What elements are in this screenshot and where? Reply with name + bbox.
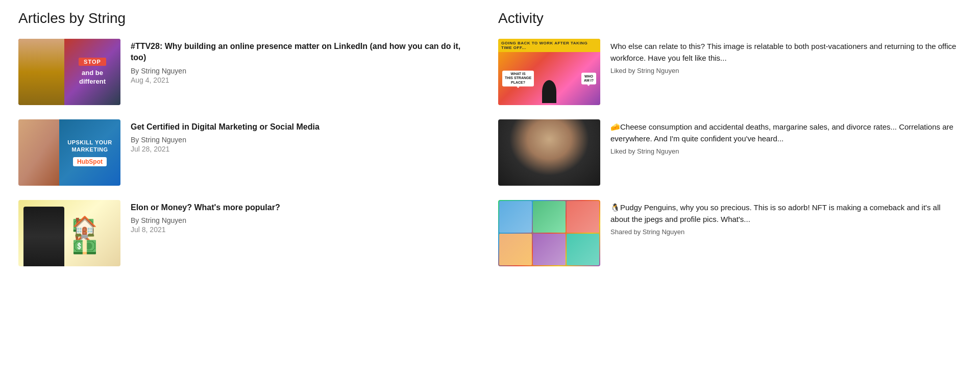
activity-section: Activity GOING BACK TO WORK AFTER TAKING…: [488, 10, 968, 281]
penguin-grid: [498, 200, 600, 266]
activity-attribution-2: Liked by String Nguyen: [610, 147, 958, 155]
thumb-hubspot-bg: UPSKILL YOUR MARKETING HubSpot: [18, 119, 120, 186]
article-title-3[interactable]: Elon or Money? What's more popular?: [131, 202, 478, 213]
activity-text-1: Who else can relate to this? This image …: [610, 41, 958, 64]
thumb-text-overlay: STOP and be different: [64, 39, 120, 105]
activity-section-title: Activity: [498, 10, 958, 27]
activity-attribution-1: Liked by String Nguyen: [610, 67, 958, 74]
thumb-elon-silhouette: [23, 207, 64, 266]
upskill-text: UPSKILL YOUR MARKETING: [63, 139, 116, 154]
article-author-3: By String Nguyen: [131, 216, 478, 224]
hubspot-badge: HubSpot: [73, 157, 107, 166]
activity-content-3: 🐧Pudgy Penguins, why you so precious. Th…: [610, 200, 958, 236]
articles-section: Articles by String STOP and be different…: [8, 10, 488, 281]
article-author-2: By String Nguyen: [131, 136, 478, 144]
person-photo: [498, 119, 600, 186]
article-title-1[interactable]: #TTV28: Why building an online presence …: [131, 41, 478, 64]
activity-thumbnail-1[interactable]: GOING BACK TO WORK AFTER TAKING TIME OFF…: [498, 39, 600, 105]
activity-content-1: Who else can relate to this? This image …: [610, 39, 958, 74]
activity-item: GOING BACK TO WORK AFTER TAKING TIME OFF…: [498, 39, 958, 105]
penguin-cell: [499, 234, 532, 265]
article-thumbnail-3[interactable]: 💵🏠: [18, 200, 120, 266]
penguin-cell: [533, 201, 566, 233]
penguin-cell: [567, 201, 599, 233]
article-title-2[interactable]: Get Certified in Digital Marketing or So…: [131, 121, 478, 133]
article-item: STOP and be different #TTV28: Why buildi…: [18, 39, 478, 105]
character-silhouette: [542, 80, 556, 103]
act-thumb-penguins-bg: [498, 200, 600, 266]
act-thumb-cartoon-bg: GOING BACK TO WORK AFTER TAKING TIME OFF…: [498, 39, 600, 105]
article-author-1: By String Nguyen: [131, 67, 478, 75]
page-layout: Articles by String STOP and be different…: [8, 10, 968, 281]
penguin-cell: [533, 234, 566, 265]
activity-thumbnail-3[interactable]: [498, 200, 600, 266]
activity-attribution-3: Shared by String Nguyen: [610, 228, 958, 236]
penguin-cell: [567, 234, 599, 265]
thumb-person-image-2: [18, 119, 64, 186]
thumb-linkedin-bg: STOP and be different: [18, 39, 120, 105]
thumb-elon-bg: 💵🏠: [18, 200, 120, 266]
activity-item: 🧀Cheese consumption and accidental death…: [498, 119, 958, 186]
activity-content-2: 🧀Cheese consumption and accidental death…: [610, 119, 958, 155]
article-date-2: Jul 28, 2021: [131, 145, 478, 153]
article-content-2: Get Certified in Digital Marketing or So…: [131, 119, 478, 153]
thumb-money-house: 💵🏠: [64, 205, 115, 258]
act-thumb-person-bg: [498, 119, 600, 186]
article-item: UPSKILL YOUR MARKETING HubSpot Get Certi…: [18, 119, 478, 186]
activity-text-3: 🐧Pudgy Penguins, why you so precious. Th…: [610, 202, 958, 225]
article-date-1: Aug 4, 2021: [131, 76, 478, 84]
article-item: 💵🏠 Elon or Money? What's more popular? B…: [18, 200, 478, 266]
article-content-1: #TTV28: Why building an online presence …: [131, 39, 478, 84]
articles-section-title: Articles by String: [18, 10, 478, 27]
act-thumb-banner: GOING BACK TO WORK AFTER TAKING TIME OFF…: [498, 39, 600, 52]
speech-bubble-2: WHOAM I?: [581, 73, 596, 85]
article-date-3: Jul 8, 2021: [131, 225, 478, 234]
article-thumbnail-2[interactable]: UPSKILL YOUR MARKETING HubSpot: [18, 119, 120, 186]
article-thumbnail-1[interactable]: STOP and be different: [18, 39, 120, 105]
speech-bubble-1: WHAT ISTHIS STRANGEPLACE?: [502, 70, 534, 86]
activity-item: 🐧Pudgy Penguins, why you so precious. Th…: [498, 200, 958, 266]
stop-badge: STOP: [79, 58, 106, 66]
activity-thumbnail-2[interactable]: [498, 119, 600, 186]
money-house-icon: 💵🏠: [72, 216, 108, 247]
penguin-cell: [499, 201, 532, 233]
thumb-slogan: and be different: [68, 69, 116, 86]
act-thumb-main: WHAT ISTHIS STRANGEPLACE? WHOAM I?: [498, 52, 600, 105]
article-content-3: Elon or Money? What's more popular? By S…: [131, 200, 478, 234]
activity-text-2: 🧀Cheese consumption and accidental death…: [610, 121, 958, 144]
thumb-hubspot-overlay: UPSKILL YOUR MARKETING HubSpot: [59, 119, 120, 186]
